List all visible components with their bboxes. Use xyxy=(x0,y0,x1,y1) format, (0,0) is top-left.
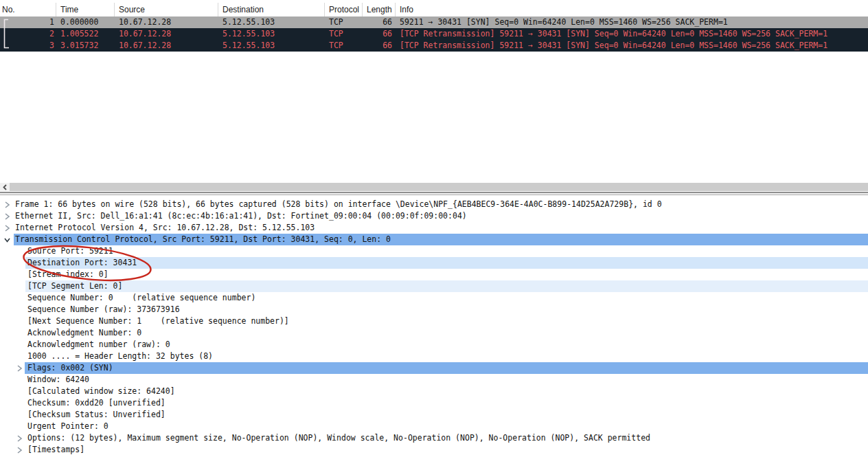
packet-protocol: TCP xyxy=(325,16,363,28)
detail-row-timestamps[interactable]: [Timestamps] xyxy=(0,444,868,456)
packet-info: [TCP Retransmission] 59211 → 30431 [SYN]… xyxy=(396,28,868,40)
packet-no: 1 xyxy=(0,16,56,28)
packet-detail-pane: Frame 1: 66 bytes on wire (528 bits), 66… xyxy=(0,196,868,466)
column-header-info[interactable]: Info xyxy=(396,3,868,16)
packet-time: 3.015732 xyxy=(56,40,115,52)
packet-info: [TCP Retransmission] 59211 → 30431 [SYN]… xyxy=(396,40,868,52)
detail-row-checksum-status[interactable]: [Checksum Status: Unverified] xyxy=(0,409,868,421)
chevron-right-icon[interactable] xyxy=(4,213,10,220)
detail-row-source-port[interactable]: Source Port: 59211 xyxy=(0,245,868,257)
packet-no: 3 xyxy=(0,40,56,52)
packet-length: 66 xyxy=(363,16,396,28)
packet-row-3[interactable]: 3 3.015732 10.67.12.28 5.12.55.103 TCP 6… xyxy=(0,40,868,52)
packet-time: 1.005522 xyxy=(56,28,115,40)
packet-info: 59211 → 30431 [SYN] Seq=0 Win=64240 Len=… xyxy=(396,16,868,28)
detail-row-sequence-number-raw[interactable]: Sequence Number (raw): 373673916 xyxy=(0,304,868,315)
chevron-right-icon[interactable] xyxy=(16,447,23,454)
packet-destination: 5.12.55.103 xyxy=(218,40,325,52)
chevron-left-icon xyxy=(3,184,7,190)
detail-row-frame[interactable]: Frame 1: 66 bytes on wire (528 bits), 66… xyxy=(0,199,868,210)
scroll-left-button[interactable] xyxy=(0,183,10,191)
chevron-right-icon[interactable] xyxy=(4,225,10,232)
detail-row-tcp-segment-len[interactable]: [TCP Segment Len: 0] xyxy=(0,280,868,292)
detail-row-sequence-number[interactable]: Sequence Number: 0 (relative sequence nu… xyxy=(0,292,868,304)
wireshark-window: No. Time Source Destination Protocol Len… xyxy=(0,0,868,466)
column-header-length[interactable]: Length xyxy=(363,3,396,16)
packet-source: 10.67.12.28 xyxy=(115,16,218,28)
column-header-no[interactable]: No. xyxy=(0,3,56,16)
chevron-down-icon[interactable] xyxy=(4,236,10,243)
packet-row-1[interactable]: 1 0.000000 10.67.12.28 5.12.55.103 TCP 6… xyxy=(0,16,868,28)
detail-row-window[interactable]: Window: 64240 xyxy=(0,374,868,386)
packet-length: 66 xyxy=(363,28,396,40)
packet-destination: 5.12.55.103 xyxy=(218,16,325,28)
packet-list-hscrollbar xyxy=(0,183,868,191)
packet-protocol: TCP xyxy=(325,40,363,52)
chevron-right-icon[interactable] xyxy=(16,435,23,442)
column-header-time[interactable]: Time xyxy=(56,3,115,16)
packet-list: 1 0.000000 10.67.12.28 5.12.55.103 TCP 6… xyxy=(0,16,868,52)
detail-row-next-sequence-number[interactable]: [Next Sequence Number: 1 (relative seque… xyxy=(0,315,868,327)
chevron-right-icon[interactable] xyxy=(4,201,10,208)
detail-row-tcp-selected[interactable]: Transmission Control Protocol, Src Port:… xyxy=(0,234,868,245)
detail-row-calculated-window-size[interactable]: [Calculated window size: 64240] xyxy=(0,386,868,397)
detail-row-stream-index[interactable]: [Stream index: 0] xyxy=(0,269,868,280)
detail-row-ack-number-raw[interactable]: Acknowledgment number (raw): 0 xyxy=(0,339,868,351)
column-header-destination[interactable]: Destination xyxy=(218,3,325,16)
scrollbar-thumb[interactable] xyxy=(10,183,868,191)
detail-row-checksum[interactable]: Checksum: 0xdd20 [unverified] xyxy=(0,397,868,409)
detail-row-header-length[interactable]: 1000 .... = Header Length: 32 bytes (8) xyxy=(0,351,868,362)
detail-row-flags[interactable]: Flags: 0x002 (SYN) xyxy=(0,362,868,374)
packet-no: 2 xyxy=(0,28,56,40)
packet-protocol: TCP xyxy=(325,28,363,40)
detail-row-urgent-pointer[interactable]: Urgent Pointer: 0 xyxy=(0,421,868,432)
packet-list-header: No. Time Source Destination Protocol Len… xyxy=(0,3,868,16)
packet-time: 0.000000 xyxy=(56,16,115,28)
packet-destination: 5.12.55.103 xyxy=(218,28,325,40)
detail-row-ethernet[interactable]: Ethernet II, Src: Dell_16:a1:41 (8c:ec:4… xyxy=(0,210,868,222)
pane-splitter[interactable] xyxy=(0,191,868,196)
detail-row-destination-port[interactable]: Destination Port: 30431 xyxy=(0,257,868,269)
column-header-source[interactable]: Source xyxy=(115,3,218,16)
detail-row-options[interactable]: Options: (12 bytes), Maximum segment siz… xyxy=(0,432,868,444)
packet-source: 10.67.12.28 xyxy=(115,28,218,40)
packet-length: 66 xyxy=(363,40,396,52)
packet-row-2[interactable]: 2 1.005522 10.67.12.28 5.12.55.103 TCP 6… xyxy=(0,28,868,40)
detail-row-ack-number[interactable]: Acknowledgment Number: 0 xyxy=(0,327,868,339)
chevron-right-icon[interactable] xyxy=(16,365,23,372)
packet-source: 10.67.12.28 xyxy=(115,40,218,52)
column-header-protocol[interactable]: Protocol xyxy=(325,3,363,16)
detail-row-ip[interactable]: Internet Protocol Version 4, Src: 10.67.… xyxy=(0,222,868,234)
